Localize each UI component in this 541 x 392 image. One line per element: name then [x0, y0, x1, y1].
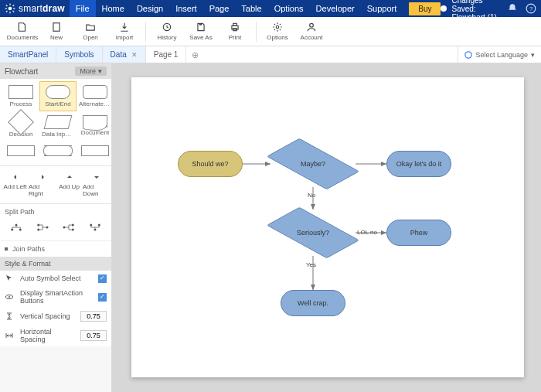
shape-datainput[interactable]: Data Input/…: [40, 112, 76, 141]
canvas-area[interactable]: Should we? Maybe? Okay let's do it Serio…: [112, 63, 541, 392]
ribbon-import[interactable]: Import: [108, 22, 141, 41]
print-icon: [230, 22, 240, 32]
ribbon-options[interactable]: Options: [261, 22, 294, 41]
split-up-button[interactable]: [82, 219, 108, 236]
ribbon-history[interactable]: History: [151, 22, 183, 41]
ribbon-account[interactable]: Account: [295, 22, 328, 41]
ribbon-new[interactable]: New: [40, 22, 73, 41]
tab-data[interactable]: Data✕: [103, 46, 146, 63]
menu-items: File Home Design Insert Page Table Optio…: [70, 0, 403, 17]
buy-button[interactable]: Buy: [409, 2, 441, 15]
shape-altprocess[interactable]: Alternate P…: [77, 82, 112, 111]
svg-rect-5: [5, 5, 7, 6]
menu-file[interactable]: File: [70, 0, 96, 17]
shape-process[interactable]: Process: [3, 82, 39, 111]
auto-symbol-checkbox[interactable]: [98, 274, 107, 283]
opt-vspacing: Vertical Spacing: [0, 308, 111, 325]
tab-symbols[interactable]: Symbols: [56, 46, 102, 63]
ribbon-documents[interactable]: Documents: [6, 22, 39, 41]
brand-logo: smartdraw: [5, 3, 65, 14]
shape-decision[interactable]: Decision: [3, 112, 39, 141]
tab-smartpanel[interactable]: SmartPanel: [0, 46, 56, 63]
add-down-button[interactable]: Add Down: [83, 169, 110, 200]
svg-rect-7: [5, 11, 7, 12]
svg-point-18: [310, 23, 314, 27]
split-left-button[interactable]: [29, 219, 56, 236]
help-icon[interactable]: ?: [526, 3, 536, 14]
menu-options[interactable]: Options: [268, 0, 310, 17]
join-paths-button[interactable]: Join Paths: [0, 240, 111, 257]
add-direction-row: Add Left Add Right Add Up Add Down: [0, 166, 111, 203]
drawing-page[interactable]: Should we? Maybe? Okay let's do it Serio…: [131, 77, 524, 377]
menu-design[interactable]: Design: [131, 0, 169, 17]
shape-document[interactable]: Document: [77, 112, 112, 141]
split-down-button[interactable]: [3, 219, 29, 236]
style-format-title: Style & Format: [0, 257, 111, 271]
svg-point-30: [90, 224, 92, 227]
shapes-header: Flowchart More▾: [0, 63, 111, 79]
svg-rect-4: [13, 8, 15, 9]
cursor-icon: [5, 274, 14, 283]
svg-rect-11: [53, 23, 60, 32]
import-icon: [119, 22, 130, 32]
more-button[interactable]: More▾: [75, 66, 107, 76]
menu-insert[interactable]: Insert: [169, 0, 203, 17]
menu-table[interactable]: Table: [235, 0, 267, 17]
add-page-button[interactable]: ⊕: [186, 46, 203, 63]
shape-extra-2[interactable]: [40, 142, 76, 161]
node-process-1[interactable]: Okay let's do it: [386, 151, 451, 177]
add-up-button[interactable]: Add Up: [56, 169, 83, 200]
language-selector[interactable]: Select Language ▾: [458, 46, 541, 63]
account-icon: [306, 22, 317, 32]
svg-point-19: [465, 51, 471, 57]
add-right-button[interactable]: Add Right: [29, 169, 56, 200]
close-icon[interactable]: ✕: [131, 51, 138, 59]
menu-developer[interactable]: Developer: [310, 0, 361, 17]
svg-rect-13: [199, 23, 202, 25]
edge-label-yes: Yes: [306, 261, 316, 268]
menu-home[interactable]: Home: [96, 0, 131, 17]
svg-text:?: ?: [529, 5, 532, 12]
svg-point-31: [98, 224, 100, 227]
svg-rect-1: [9, 4, 10, 5]
svg-rect-8: [12, 5, 14, 6]
vspacing-icon: [5, 312, 14, 321]
node-decision-2[interactable]: Seriously?: [270, 210, 356, 256]
shape-extra-3[interactable]: [77, 142, 112, 161]
node-decision-1[interactable]: Maybe?: [270, 141, 356, 187]
save-status-text: Changes Saved: Flowchart (1): [451, 0, 499, 22]
notifications-icon[interactable]: [507, 3, 518, 14]
node-start[interactable]: Should we?: [178, 151, 243, 177]
svg-point-22: [19, 229, 22, 231]
logo-gear-icon: [5, 3, 15, 14]
split-right-button[interactable]: [56, 219, 82, 236]
ribbon-print[interactable]: Print: [219, 22, 251, 41]
tabstrip: SmartPanel Symbols Data✕ Page 1 ⊕ Select…: [0, 46, 541, 63]
shape-startend[interactable]: Start/End: [40, 82, 76, 111]
node-process-2[interactable]: Phew: [386, 220, 451, 246]
menu-page[interactable]: Page: [203, 0, 236, 17]
save-status: Changes Saved: Flowchart (1): [441, 0, 499, 22]
ribbon-saveas[interactable]: Save As: [185, 22, 217, 41]
vspacing-input[interactable]: [80, 311, 107, 322]
documents-icon: [17, 22, 28, 32]
svg-point-29: [94, 229, 97, 231]
opt-auto-symbol: Auto Symbol Select: [0, 271, 111, 286]
ribbon-open[interactable]: Open: [74, 22, 107, 41]
svg-point-24: [37, 224, 39, 227]
chevron-down-icon: ▾: [531, 51, 535, 59]
svg-rect-2: [9, 12, 10, 13]
svg-rect-15: [233, 23, 237, 26]
hspacing-input[interactable]: [80, 330, 107, 341]
edge-label-no: No: [308, 192, 315, 199]
add-left-button[interactable]: Add Left: [2, 169, 29, 200]
main-menubar: smartdraw File Home Design Insert Page T…: [0, 0, 541, 17]
page-tab-1[interactable]: Page 1: [146, 46, 187, 63]
svg-point-26: [63, 227, 66, 229]
smartaction-checkbox[interactable]: [98, 293, 107, 302]
shape-extra-1[interactable]: [3, 142, 39, 161]
node-process-3[interactable]: Well crap.: [281, 290, 345, 316]
svg-point-33: [9, 296, 10, 298]
menu-support[interactable]: Support: [361, 0, 403, 17]
svg-rect-6: [12, 11, 14, 12]
